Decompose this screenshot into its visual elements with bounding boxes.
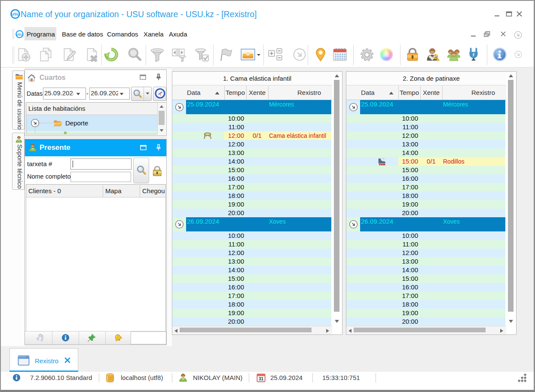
- svg-text:USU: USU: [16, 33, 23, 36]
- svg-text:31: 31: [259, 377, 264, 381]
- svg-text:USU: USU: [11, 12, 19, 16]
